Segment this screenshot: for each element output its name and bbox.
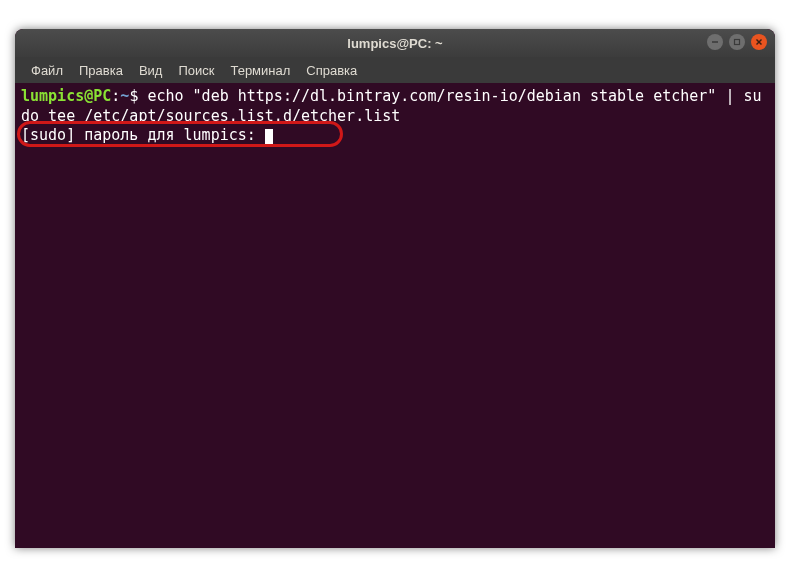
window-controls	[707, 34, 767, 50]
menu-terminal[interactable]: Терминал	[222, 59, 298, 82]
prompt-user: lumpics@PC	[21, 87, 111, 105]
minimize-button[interactable]	[707, 34, 723, 50]
close-button[interactable]	[751, 34, 767, 50]
window-title: lumpics@PC: ~	[347, 36, 442, 51]
terminal-window: lumpics@PC: ~ Файл Правка Вид Поиск Терм…	[15, 29, 775, 548]
svg-rect-1	[735, 40, 740, 45]
menu-help[interactable]: Справка	[298, 59, 365, 82]
menu-view[interactable]: Вид	[131, 59, 171, 82]
minimize-icon	[711, 38, 719, 46]
maximize-icon	[733, 38, 741, 46]
menu-file[interactable]: Файл	[23, 59, 71, 82]
cursor	[265, 129, 273, 144]
terminal-content[interactable]: lumpics@PC:~$ echo "deb https://dl.bintr…	[15, 83, 775, 548]
menu-search[interactable]: Поиск	[170, 59, 222, 82]
terminal-line-command: lumpics@PC:~$ echo "deb https://dl.bintr…	[21, 87, 769, 126]
sudo-prompt: [sudo] пароль для lumpics:	[21, 126, 265, 144]
maximize-button[interactable]	[729, 34, 745, 50]
menubar: Файл Правка Вид Поиск Терминал Справка	[15, 57, 775, 83]
prompt-sep: :	[111, 87, 120, 105]
menu-edit[interactable]: Правка	[71, 59, 131, 82]
terminal-line-sudo: [sudo] пароль для lumpics:	[21, 126, 769, 146]
titlebar[interactable]: lumpics@PC: ~	[15, 29, 775, 57]
close-icon	[755, 38, 763, 46]
